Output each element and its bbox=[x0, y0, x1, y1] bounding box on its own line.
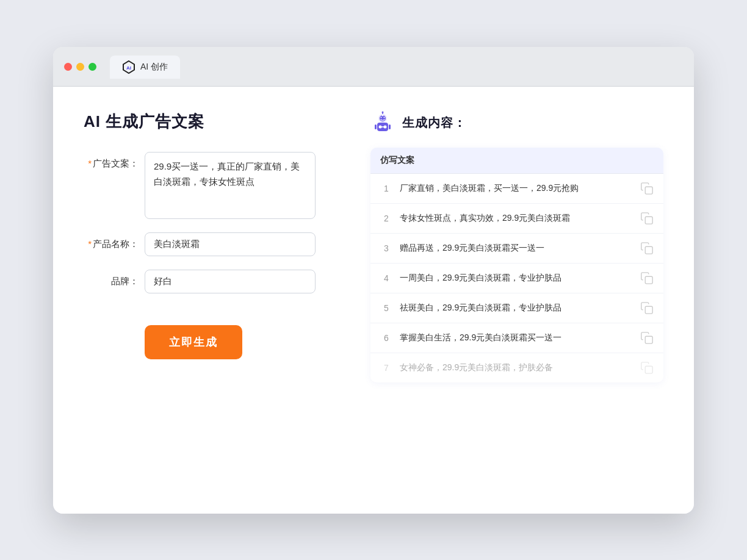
main-content: AI 生成广告文案 *广告文案： 29.9买一送一，真正的厂家直销，美白淡斑霜，… bbox=[53, 87, 694, 514]
row-text: 专抹女性斑点，真实功效，29.9元美白淡斑霜 bbox=[400, 212, 633, 224]
svg-rect-16 bbox=[645, 217, 652, 224]
row-text: 赠品再送，29.9元美白淡斑霜买一送一 bbox=[400, 242, 633, 254]
copy-icon[interactable] bbox=[640, 212, 654, 225]
row-text: 祛斑美白，29.9元美白淡斑霜，专业护肤品 bbox=[400, 301, 633, 314]
table-row: 7 女神必备，29.9元美白淡斑霜，护肤必备 bbox=[370, 353, 663, 382]
row-number: 7 bbox=[380, 363, 392, 373]
table-row: 6 掌握美白生活，29.9元美白淡斑霜买一送一 bbox=[370, 323, 663, 353]
row-text: 一周美白，29.9元美白淡斑霜，专业护肤品 bbox=[400, 271, 633, 284]
product-name-label: *产品名称： bbox=[84, 232, 139, 250]
svg-rect-11 bbox=[375, 124, 377, 129]
svg-rect-19 bbox=[645, 306, 652, 314]
row-number: 1 bbox=[380, 184, 392, 193]
traffic-lights bbox=[64, 63, 96, 71]
row-number: 5 bbox=[380, 303, 392, 313]
brand-group: 品牌： bbox=[84, 270, 340, 293]
brand-label: 品牌： bbox=[84, 270, 139, 287]
svg-text:AI: AI bbox=[126, 65, 131, 71]
table-header: 仿写文案 bbox=[370, 148, 663, 174]
brand-input[interactable] bbox=[145, 270, 316, 293]
svg-rect-18 bbox=[645, 276, 652, 284]
minimize-button[interactable] bbox=[76, 63, 84, 71]
table-row: 5 祛斑美白，29.9元美白淡斑霜，专业护肤品 bbox=[370, 293, 663, 323]
svg-rect-20 bbox=[645, 336, 652, 343]
result-table: 仿写文案 1 厂家直销，美白淡斑霜，买一送一，29.9元抢购 2 专抹女性斑点，… bbox=[370, 148, 663, 382]
svg-point-14 bbox=[384, 117, 385, 118]
browser-window: AI AI 创作 AI 生成广告文案 *广告文案： 29.9买一送一，真正的厂家… bbox=[53, 47, 694, 514]
result-title: 生成内容： bbox=[402, 115, 466, 131]
titlebar: AI AI 创作 bbox=[53, 47, 694, 87]
left-panel: AI 生成广告文案 *广告文案： 29.9买一送一，真正的厂家直销，美白淡斑霜，… bbox=[84, 111, 340, 483]
table-row: 3 赠品再送，29.9元美白淡斑霜买一送一 bbox=[370, 234, 663, 264]
page-title: AI 生成广告文案 bbox=[84, 111, 340, 132]
svg-point-13 bbox=[381, 117, 382, 118]
robot-icon bbox=[370, 111, 395, 135]
svg-rect-17 bbox=[645, 246, 652, 254]
product-name-required: * bbox=[88, 239, 92, 249]
row-number: 4 bbox=[380, 273, 392, 283]
product-name-group: *产品名称： bbox=[84, 232, 340, 256]
copy-icon[interactable] bbox=[640, 331, 654, 345]
copy-icon[interactable] bbox=[640, 301, 654, 315]
row-text: 厂家直销，美白淡斑霜，买一送一，29.9元抢购 bbox=[400, 182, 633, 195]
row-number: 6 bbox=[380, 333, 392, 343]
table-row: 2 专抹女性斑点，真实功效，29.9元美白淡斑霜 bbox=[370, 204, 663, 234]
maximize-button[interactable] bbox=[88, 63, 96, 71]
copy-icon[interactable] bbox=[640, 242, 654, 255]
svg-rect-12 bbox=[389, 124, 391, 129]
close-button[interactable] bbox=[64, 63, 72, 71]
table-row: 4 一周美白，29.9元美白淡斑霜，专业护肤品 bbox=[370, 264, 663, 293]
ai-icon: AI bbox=[122, 60, 135, 74]
ad-copy-label: *广告文案： bbox=[84, 152, 139, 170]
result-header: 生成内容： bbox=[370, 111, 663, 135]
right-panel: 生成内容： 仿写文案 1 厂家直销，美白淡斑霜，买一送一，29.9元抢购 2 专… bbox=[370, 111, 663, 483]
row-text: 掌握美白生活，29.9元美白淡斑霜买一送一 bbox=[400, 331, 633, 344]
tab-title: AI 创作 bbox=[140, 62, 168, 73]
table-row: 1 厂家直销，美白淡斑霜，买一送一，29.9元抢购 bbox=[370, 174, 663, 204]
svg-rect-21 bbox=[645, 366, 652, 373]
copy-icon[interactable] bbox=[640, 271, 654, 285]
row-number: 3 bbox=[380, 243, 392, 253]
ad-copy-input[interactable]: 29.9买一送一，真正的厂家直销，美白淡斑霜，专抹女性斑点 bbox=[145, 152, 316, 219]
ad-copy-group: *广告文案： 29.9买一送一，真正的厂家直销，美白淡斑霜，专抹女性斑点 bbox=[84, 152, 340, 219]
copy-icon[interactable] bbox=[640, 361, 654, 375]
tab-ai-create[interactable]: AI AI 创作 bbox=[110, 56, 180, 79]
svg-rect-15 bbox=[645, 187, 652, 194]
svg-point-8 bbox=[382, 114, 384, 116]
copy-icon[interactable] bbox=[640, 182, 654, 195]
product-name-input[interactable] bbox=[145, 232, 316, 256]
row-number: 2 bbox=[380, 214, 392, 223]
generate-button[interactable]: 立即生成 bbox=[145, 325, 242, 359]
row-text: 女神必备，29.9元美白淡斑霜，护肤必备 bbox=[400, 361, 633, 374]
ad-copy-required: * bbox=[88, 158, 92, 168]
svg-point-10 bbox=[382, 111, 384, 113]
